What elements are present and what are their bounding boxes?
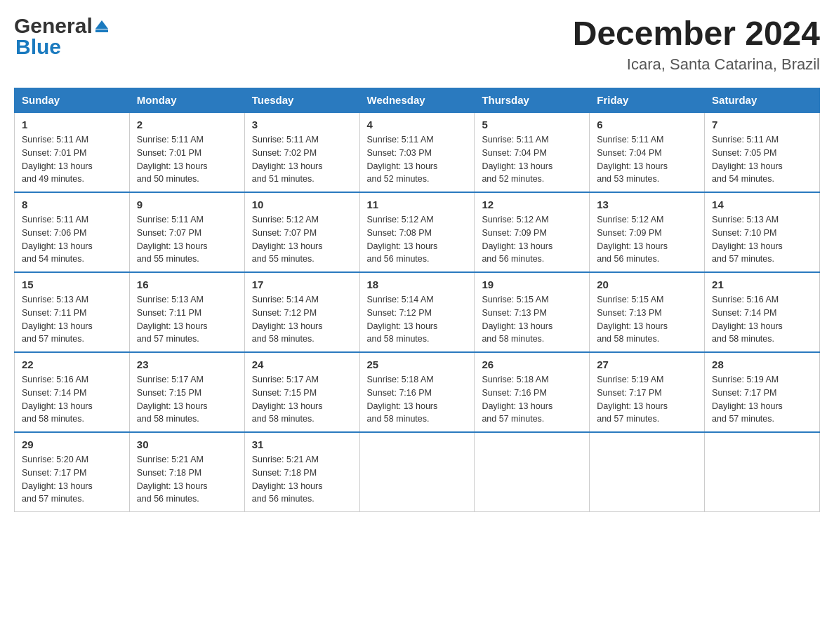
day-cell-16: 16Sunrise: 5:13 AMSunset: 7:11 PMDayligh… [129, 272, 244, 352]
logo-icon [95, 20, 108, 32]
day-number: 31 [252, 438, 352, 450]
day-number: 2 [137, 119, 237, 130]
day-number: 11 [367, 199, 468, 210]
empty-cell [475, 432, 590, 512]
day-cell-25: 25Sunrise: 5:18 AMSunset: 7:16 PMDayligh… [359, 352, 475, 432]
day-cell-4: 4Sunrise: 5:11 AMSunset: 7:03 PMDaylight… [359, 112, 475, 192]
day-cell-20: 20Sunrise: 5:15 AMSunset: 7:13 PMDayligh… [590, 272, 705, 352]
day-cell-5: 5Sunrise: 5:11 AMSunset: 7:04 PMDaylight… [475, 112, 590, 192]
day-number: 30 [137, 438, 237, 450]
day-cell-19: 19Sunrise: 5:15 AMSunset: 7:13 PMDayligh… [475, 272, 590, 352]
weekday-header-row: SundayMondayTuesdayWednesdayThursdayFrid… [15, 88, 820, 113]
day-cell-2: 2Sunrise: 5:11 AMSunset: 7:01 PMDaylight… [129, 112, 244, 192]
day-cell-6: 6Sunrise: 5:11 AMSunset: 7:04 PMDaylight… [590, 112, 705, 192]
weekday-header-sunday: Sunday [15, 88, 130, 113]
day-info: Sunrise: 5:12 AMSunset: 7:07 PMDaylight:… [252, 213, 352, 266]
day-info: Sunrise: 5:15 AMSunset: 7:13 PMDaylight:… [597, 293, 697, 346]
day-info: Sunrise: 5:18 AMSunset: 7:16 PMDaylight:… [367, 373, 468, 426]
day-cell-11: 11Sunrise: 5:12 AMSunset: 7:08 PMDayligh… [359, 192, 475, 272]
day-cell-28: 28Sunrise: 5:19 AMSunset: 7:17 PMDayligh… [705, 352, 820, 432]
day-info: Sunrise: 5:11 AMSunset: 7:01 PMDaylight:… [22, 133, 122, 186]
day-number: 22 [22, 358, 122, 370]
day-cell-22: 22Sunrise: 5:16 AMSunset: 7:14 PMDayligh… [15, 352, 130, 432]
day-info: Sunrise: 5:11 AMSunset: 7:06 PMDaylight:… [22, 213, 122, 266]
week-row-4: 22Sunrise: 5:16 AMSunset: 7:14 PMDayligh… [15, 352, 820, 432]
day-cell-23: 23Sunrise: 5:17 AMSunset: 7:15 PMDayligh… [129, 352, 244, 432]
weekday-header-tuesday: Tuesday [244, 88, 359, 113]
day-info: Sunrise: 5:16 AMSunset: 7:14 PMDaylight:… [22, 373, 122, 426]
day-info: Sunrise: 5:19 AMSunset: 7:17 PMDaylight:… [712, 373, 812, 426]
day-info: Sunrise: 5:11 AMSunset: 7:04 PMDaylight:… [597, 133, 697, 186]
day-info: Sunrise: 5:20 AMSunset: 7:17 PMDaylight:… [22, 453, 122, 506]
day-number: 5 [482, 119, 582, 130]
day-number: 7 [712, 119, 812, 130]
day-number: 1 [22, 119, 122, 130]
day-info: Sunrise: 5:11 AMSunset: 7:05 PMDaylight:… [712, 133, 812, 186]
day-cell-18: 18Sunrise: 5:14 AMSunset: 7:12 PMDayligh… [359, 272, 475, 352]
day-info: Sunrise: 5:13 AMSunset: 7:11 PMDaylight:… [22, 293, 122, 346]
day-number: 23 [137, 358, 237, 370]
logo: General Blue [14, 14, 108, 59]
day-info: Sunrise: 5:13 AMSunset: 7:10 PMDaylight:… [712, 213, 812, 266]
day-cell-26: 26Sunrise: 5:18 AMSunset: 7:16 PMDayligh… [475, 352, 590, 432]
day-info: Sunrise: 5:12 AMSunset: 7:09 PMDaylight:… [597, 213, 697, 266]
day-info: Sunrise: 5:21 AMSunset: 7:18 PMDaylight:… [252, 453, 352, 506]
day-number: 26 [482, 358, 582, 370]
day-cell-29: 29Sunrise: 5:20 AMSunset: 7:17 PMDayligh… [15, 432, 130, 512]
calendar-subtitle: Icara, Santa Catarina, Brazil [573, 55, 820, 74]
week-row-1: 1Sunrise: 5:11 AMSunset: 7:01 PMDaylight… [15, 112, 820, 192]
day-number: 6 [597, 119, 697, 130]
day-number: 14 [712, 199, 812, 210]
day-cell-1: 1Sunrise: 5:11 AMSunset: 7:01 PMDaylight… [15, 112, 130, 192]
week-row-5: 29Sunrise: 5:20 AMSunset: 7:17 PMDayligh… [15, 432, 820, 512]
day-info: Sunrise: 5:17 AMSunset: 7:15 PMDaylight:… [252, 373, 352, 426]
day-info: Sunrise: 5:12 AMSunset: 7:09 PMDaylight:… [482, 213, 582, 266]
week-row-2: 8Sunrise: 5:11 AMSunset: 7:06 PMDaylight… [15, 192, 820, 272]
day-number: 3 [252, 119, 352, 130]
day-number: 15 [22, 279, 122, 290]
day-cell-24: 24Sunrise: 5:17 AMSunset: 7:15 PMDayligh… [244, 352, 359, 432]
empty-cell [359, 432, 475, 512]
empty-cell [590, 432, 705, 512]
day-number: 29 [22, 438, 122, 450]
day-number: 13 [597, 199, 697, 210]
day-cell-3: 3Sunrise: 5:11 AMSunset: 7:02 PMDaylight… [244, 112, 359, 192]
day-info: Sunrise: 5:11 AMSunset: 7:03 PMDaylight:… [367, 133, 468, 186]
day-cell-13: 13Sunrise: 5:12 AMSunset: 7:09 PMDayligh… [590, 192, 705, 272]
day-info: Sunrise: 5:19 AMSunset: 7:17 PMDaylight:… [597, 373, 697, 426]
day-info: Sunrise: 5:13 AMSunset: 7:11 PMDaylight:… [137, 293, 237, 346]
day-cell-12: 12Sunrise: 5:12 AMSunset: 7:09 PMDayligh… [475, 192, 590, 272]
day-number: 25 [367, 358, 468, 370]
week-row-3: 15Sunrise: 5:13 AMSunset: 7:11 PMDayligh… [15, 272, 820, 352]
day-number: 19 [482, 279, 582, 290]
day-info: Sunrise: 5:12 AMSunset: 7:08 PMDaylight:… [367, 213, 468, 266]
day-number: 17 [252, 279, 352, 290]
day-cell-17: 17Sunrise: 5:14 AMSunset: 7:12 PMDayligh… [244, 272, 359, 352]
day-cell-27: 27Sunrise: 5:19 AMSunset: 7:17 PMDayligh… [590, 352, 705, 432]
day-number: 28 [712, 358, 812, 370]
day-info: Sunrise: 5:15 AMSunset: 7:13 PMDaylight:… [482, 293, 582, 346]
page-header: General Blue December 2024 Icara, Santa … [14, 14, 820, 74]
weekday-header-monday: Monday [129, 88, 244, 113]
day-number: 9 [137, 199, 237, 210]
day-cell-30: 30Sunrise: 5:21 AMSunset: 7:18 PMDayligh… [129, 432, 244, 512]
day-number: 18 [367, 279, 468, 290]
logo-general-text: General [14, 14, 93, 38]
day-info: Sunrise: 5:21 AMSunset: 7:18 PMDaylight:… [137, 453, 237, 506]
day-info: Sunrise: 5:11 AMSunset: 7:02 PMDaylight:… [252, 133, 352, 186]
day-info: Sunrise: 5:11 AMSunset: 7:04 PMDaylight:… [482, 133, 582, 186]
calendar-title: December 2024 [573, 14, 820, 53]
day-info: Sunrise: 5:16 AMSunset: 7:14 PMDaylight:… [712, 293, 812, 346]
weekday-header-thursday: Thursday [475, 88, 590, 113]
title-section: December 2024 Icara, Santa Catarina, Bra… [573, 14, 820, 74]
day-number: 8 [22, 199, 122, 210]
calendar-table: SundayMondayTuesdayWednesdayThursdayFrid… [14, 88, 820, 512]
weekday-header-friday: Friday [590, 88, 705, 113]
day-cell-7: 7Sunrise: 5:11 AMSunset: 7:05 PMDaylight… [705, 112, 820, 192]
day-cell-14: 14Sunrise: 5:13 AMSunset: 7:10 PMDayligh… [705, 192, 820, 272]
day-info: Sunrise: 5:11 AMSunset: 7:01 PMDaylight:… [137, 133, 237, 186]
day-info: Sunrise: 5:11 AMSunset: 7:07 PMDaylight:… [137, 213, 237, 266]
day-number: 4 [367, 119, 468, 130]
day-cell-9: 9Sunrise: 5:11 AMSunset: 7:07 PMDaylight… [129, 192, 244, 272]
day-number: 16 [137, 279, 237, 290]
